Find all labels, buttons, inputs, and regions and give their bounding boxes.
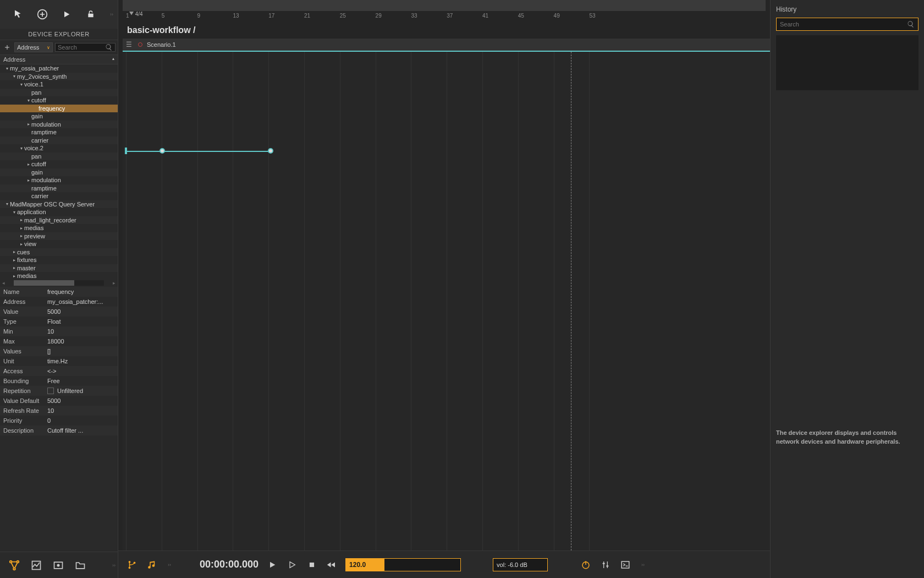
tree-item-medias[interactable]: ▸medias bbox=[0, 224, 118, 232]
scroll-right-icon[interactable]: ▸ bbox=[111, 280, 118, 286]
expand-icon[interactable]: ▾ bbox=[4, 201, 10, 206]
tree-item-fixtures[interactable]: ▸fixtures bbox=[0, 256, 118, 264]
tree-item-frequency[interactable]: frequency bbox=[0, 105, 118, 113]
prop-values[interactable]: Values[] bbox=[0, 346, 118, 356]
tree-item-cutoff[interactable]: ▸cutoff bbox=[0, 160, 118, 168]
tree-item-voice-1[interactable]: ▾voice.1 bbox=[0, 80, 118, 89]
tree-item-pan[interactable]: pan bbox=[0, 89, 118, 97]
interval[interactable] bbox=[126, 151, 271, 152]
tree-item-application[interactable]: ▾application bbox=[0, 208, 118, 216]
device-panel-tab[interactable] bbox=[8, 559, 21, 572]
prop-bounding[interactable]: BoundingFree bbox=[0, 376, 118, 386]
scenario-header[interactable]: ☰ Scenario.1 bbox=[123, 39, 770, 52]
tree-item-gain[interactable]: gain bbox=[0, 112, 118, 121]
expand-icon[interactable]: ▸ bbox=[12, 274, 17, 279]
history-search[interactable] bbox=[776, 18, 919, 31]
menu-icon[interactable]: ☰ bbox=[126, 41, 134, 48]
console-button[interactable] bbox=[619, 559, 631, 571]
scroll-up-icon[interactable]: ▴ bbox=[112, 56, 114, 63]
media-panel-tab[interactable] bbox=[52, 559, 65, 572]
expand-icon[interactable]: ▸ bbox=[12, 258, 17, 263]
prop-description[interactable]: DescriptionCutoff filter ... bbox=[0, 426, 118, 435]
prop-unit[interactable]: Unittime.Hz bbox=[0, 356, 118, 366]
expand-icon[interactable]: ▸ bbox=[26, 178, 31, 183]
expand-icon[interactable]: ▾ bbox=[12, 210, 17, 215]
expand-icon[interactable]: ▾ bbox=[19, 146, 24, 151]
tree-item-pan[interactable]: pan bbox=[0, 152, 118, 161]
prop-address[interactable]: Addressmy_ossia_patcher:... bbox=[0, 297, 118, 307]
record-indicator[interactable] bbox=[138, 42, 142, 47]
time-node[interactable] bbox=[160, 148, 165, 154]
add-device-button[interactable] bbox=[2, 42, 12, 52]
expand-icon[interactable]: ▸ bbox=[19, 217, 24, 222]
prop-min[interactable]: Min10 bbox=[0, 326, 118, 336]
prop-type[interactable]: TypeFloat bbox=[0, 317, 118, 326]
tree-item-modulation[interactable]: ▸modulation bbox=[0, 176, 118, 184]
interval-start[interactable] bbox=[125, 148, 127, 154]
transport-play-outline[interactable] bbox=[286, 559, 298, 571]
select-tool[interactable] bbox=[11, 7, 25, 21]
tree-item-preview[interactable]: ▸preview bbox=[0, 232, 118, 241]
checkbox[interactable] bbox=[47, 388, 54, 394]
timeline-body[interactable] bbox=[123, 52, 770, 550]
expand-icon[interactable]: ▸ bbox=[26, 162, 31, 167]
scroll-left-icon[interactable]: ◂ bbox=[0, 280, 7, 286]
volume-field[interactable]: vol: -6.0 dB bbox=[493, 558, 548, 571]
ruler[interactable]: 4/4 1591317212529333741454953 bbox=[123, 11, 770, 22]
branch-icon[interactable] bbox=[126, 559, 138, 571]
expand-icon[interactable]: ▸ bbox=[19, 233, 24, 238]
prop-repetition[interactable]: RepetitionUnfiltered bbox=[0, 386, 118, 396]
time-node[interactable] bbox=[268, 148, 273, 154]
prop-priority[interactable]: Priority0 bbox=[0, 416, 118, 426]
tree-item-modulation[interactable]: ▸modulation bbox=[0, 121, 118, 129]
transport-overflow-left[interactable]: ›› bbox=[166, 562, 173, 568]
add-button[interactable] bbox=[35, 7, 50, 21]
transport-rewind[interactable] bbox=[326, 559, 338, 571]
expand-icon[interactable]: ▾ bbox=[26, 98, 31, 103]
mixer-button[interactable] bbox=[600, 559, 612, 571]
tree-item-cues[interactable]: ▸cues bbox=[0, 248, 118, 257]
tree-item-cutoff[interactable]: ▾cutoff bbox=[0, 96, 118, 105]
playhead[interactable] bbox=[571, 52, 571, 550]
history-search-input[interactable] bbox=[780, 21, 907, 28]
tree-item-medias[interactable]: ▸medias bbox=[0, 272, 118, 279]
expand-icon[interactable]: ▾ bbox=[19, 82, 24, 87]
panel-overflow[interactable]: ›› bbox=[110, 563, 118, 568]
play-button[interactable] bbox=[59, 7, 74, 21]
minimap[interactable] bbox=[123, 0, 766, 11]
transport-overflow-right[interactable]: ›› bbox=[639, 562, 647, 568]
prop-access[interactable]: Access<-> bbox=[0, 366, 118, 376]
folder-panel-tab[interactable] bbox=[74, 559, 87, 572]
power-button[interactable] bbox=[580, 559, 592, 571]
expand-icon[interactable]: ▸ bbox=[19, 226, 24, 231]
timecode[interactable]: 00:00:00.000 bbox=[200, 559, 258, 570]
tree-item-madmapper-osc-query-server[interactable]: ▾MadMapper OSC Query Server bbox=[0, 200, 118, 209]
device-search[interactable] bbox=[55, 43, 116, 52]
tree-item-ramptime[interactable]: ramptime bbox=[0, 128, 118, 137]
tree-item-carrier[interactable]: carrier bbox=[0, 192, 118, 200]
prop-value[interactable]: Value5000 bbox=[0, 307, 118, 317]
tree-hscroll[interactable]: ◂ ▸ bbox=[0, 279, 118, 287]
chart-panel-tab[interactable] bbox=[30, 559, 43, 572]
device-tree[interactable]: ▾my_ossia_patcher▾my_2voices_synth▾voice… bbox=[0, 64, 118, 279]
transport-play[interactable] bbox=[266, 559, 278, 571]
prop-name[interactable]: Namefrequency bbox=[0, 287, 118, 297]
tree-item-master[interactable]: ▸master bbox=[0, 264, 118, 272]
tree-item-my-ossia-patcher[interactable]: ▾my_ossia_patcher bbox=[0, 64, 118, 73]
prop-refresh-rate[interactable]: Refresh Rate10 bbox=[0, 406, 118, 416]
music-icon[interactable] bbox=[146, 559, 158, 571]
tree-item-ramptime[interactable]: ramptime bbox=[0, 184, 118, 193]
tree-item-gain[interactable]: gain bbox=[0, 168, 118, 177]
expand-icon[interactable]: ▾ bbox=[4, 66, 10, 71]
tree-item-my-2voices-synth[interactable]: ▾my_2voices_synth bbox=[0, 73, 118, 81]
tempo-field[interactable]: 120.0 bbox=[345, 558, 461, 571]
transport-stop[interactable] bbox=[306, 559, 318, 571]
expand-icon[interactable]: ▸ bbox=[12, 249, 17, 254]
expand-icon[interactable]: ▾ bbox=[12, 74, 17, 79]
tree-item-carrier[interactable]: carrier bbox=[0, 137, 118, 145]
time-signature[interactable]: 4/4 bbox=[129, 11, 143, 17]
device-search-input[interactable] bbox=[58, 44, 105, 51]
address-mode-select[interactable]: Address ∨ bbox=[14, 42, 53, 52]
tree-item-mad-light-recorder[interactable]: ▸mad_light_recorder bbox=[0, 216, 118, 225]
toolbar-overflow[interactable]: ›› bbox=[108, 12, 116, 17]
